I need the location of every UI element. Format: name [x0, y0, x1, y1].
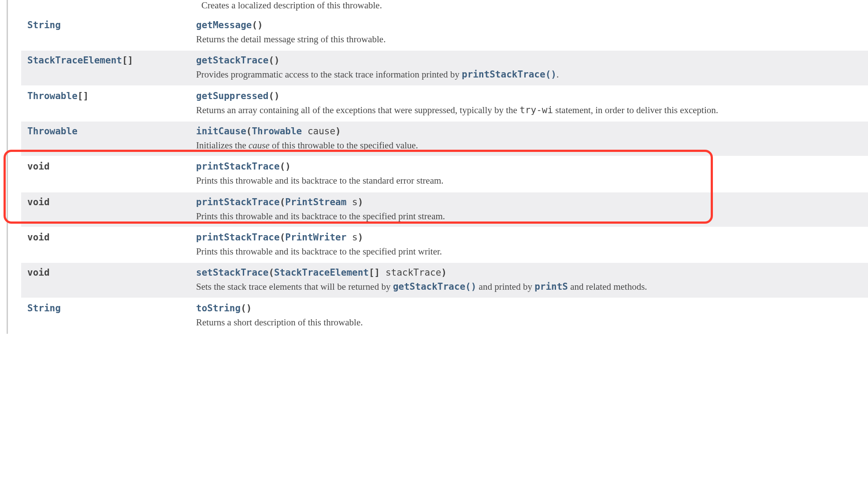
return-type-cell: String: [21, 15, 195, 50]
table-row: void printStackTrace() Prints this throw…: [21, 156, 868, 192]
desc-text: Initializes the: [196, 140, 249, 151]
param-name: stackTrace: [380, 267, 441, 278]
method-signature: getMessage(): [196, 20, 862, 30]
method-signature: printStackTrace(PrintStream s): [196, 197, 862, 207]
method-desc-cell: getMessage() Returns the detail message …: [195, 15, 868, 50]
type-suffix: []: [369, 267, 380, 278]
method-signature: getStackTrace(): [196, 55, 862, 66]
desc-code-link[interactable]: getStackTrace(): [393, 281, 477, 292]
param-type-link[interactable]: Throwable: [252, 126, 302, 137]
method-signature: toString(): [196, 303, 862, 314]
param-name: cause: [302, 126, 335, 137]
method-link[interactable]: getSuppressed: [196, 91, 268, 101]
type-link[interactable]: StackTraceElement: [27, 55, 122, 66]
method-signature: setStackTrace(StackTraceElement[] stackT…: [196, 267, 862, 278]
type-suffix: []: [78, 91, 89, 101]
type-suffix: []: [122, 55, 133, 66]
param-type-link[interactable]: PrintWriter: [285, 232, 346, 243]
method-description: Returns the detail message string of thi…: [196, 33, 862, 45]
method-description: Sets the stack trace elements that will …: [196, 280, 862, 293]
method-description: Initializes the cause of this throwable …: [196, 139, 862, 151]
table-row: String getMessage() Returns the detail m…: [21, 15, 868, 50]
method-signature: initCause(Throwable cause): [196, 126, 862, 137]
return-type-cell: void: [21, 156, 195, 192]
desc-text: statement, in order to deliver this exce…: [553, 105, 718, 115]
paren-open: (: [246, 126, 252, 137]
desc-text: of this throwable to the specified value…: [270, 140, 418, 151]
desc-italic: cause: [249, 140, 270, 151]
desc-code-link[interactable]: printStackTrace(): [462, 69, 556, 80]
desc-text: Provides programmatic access to the stac…: [196, 69, 462, 80]
method-desc-cell: initCause(Throwable cause) Initializes t…: [195, 121, 868, 156]
params: (): [268, 91, 279, 101]
method-description: Returns a short description of this thro…: [196, 316, 862, 328]
method-description: Prints this throwable and its backtrace …: [196, 245, 862, 258]
type-plain: void: [27, 232, 50, 243]
method-link[interactable]: printStackTrace: [196, 197, 280, 207]
param-type-link[interactable]: StackTraceElement: [274, 267, 369, 278]
desc-text: Returns an array containing all of the e…: [196, 105, 519, 115]
paren-open: (: [268, 267, 274, 278]
desc-text: Sets the stack trace elements that will …: [196, 281, 393, 292]
table-row: void printStackTrace(PrintStream s) Prin…: [21, 192, 868, 227]
paren-close: ): [441, 267, 447, 278]
method-summary-container: Creates a localized description of this …: [7, 0, 868, 334]
param-name: s: [346, 197, 357, 207]
params: (): [268, 55, 279, 66]
method-link[interactable]: setStackTrace: [196, 267, 268, 278]
method-description: Prints this throwable and its backtrace …: [196, 210, 862, 222]
return-type-cell: void: [21, 262, 195, 298]
method-desc-cell: getStackTrace() Provides programmatic ac…: [195, 50, 868, 85]
return-type-cell: void: [21, 227, 195, 262]
table-row: void printStackTrace(PrintWriter s) Prin…: [21, 227, 868, 262]
return-type-cell: StackTraceElement[]: [21, 50, 195, 85]
params: (): [280, 161, 291, 172]
paren-open: (: [280, 232, 286, 243]
type-link[interactable]: Throwable: [27, 91, 78, 101]
method-link[interactable]: initCause: [196, 126, 246, 137]
desc-text: and printed by: [476, 281, 534, 292]
table-row: Throwable[] getSuppressed() Returns an a…: [21, 86, 868, 121]
type-link[interactable]: String: [27, 303, 61, 314]
paren-close: ): [358, 197, 364, 207]
type-plain: void: [27, 161, 50, 172]
method-signature: printStackTrace(): [196, 161, 862, 172]
desc-code-link[interactable]: printS: [534, 281, 568, 292]
type-link[interactable]: String: [27, 20, 61, 30]
method-link[interactable]: printStackTrace: [196, 232, 280, 243]
method-desc-cell: printStackTrace(PrintStream s) Prints th…: [195, 192, 868, 227]
params: (): [252, 20, 263, 30]
return-type-cell: void: [21, 192, 195, 227]
method-desc-cell: printStackTrace() Prints this throwable …: [195, 156, 868, 192]
desc-text: and related methods.: [568, 281, 647, 292]
param-type-link[interactable]: PrintStream: [285, 197, 346, 207]
paren-open: (: [280, 197, 286, 207]
method-description: Returns an array containing all of the e…: [196, 104, 862, 116]
type-plain: void: [27, 267, 50, 278]
method-link[interactable]: toString: [196, 303, 241, 314]
type-link[interactable]: Throwable: [27, 126, 78, 137]
table-row: StackTraceElement[] getStackTrace() Prov…: [21, 50, 868, 85]
table-row: String toString() Returns a short descri…: [21, 298, 868, 333]
type-plain: void: [27, 197, 50, 207]
desc-text: .: [556, 69, 559, 80]
param-name: s: [346, 232, 357, 243]
return-type-cell: Throwable: [21, 121, 195, 156]
partial-row-top: Creates a localized description of this …: [195, 0, 868, 15]
method-desc-cell: printStackTrace(PrintWriter s) Prints th…: [195, 227, 868, 262]
method-summary-table: String getMessage() Returns the detail m…: [21, 15, 868, 334]
desc-code: try-wi: [519, 105, 553, 115]
method-link[interactable]: getStackTrace: [196, 55, 268, 66]
method-description: Prints this throwable and its backtrace …: [196, 174, 862, 187]
method-link[interactable]: getMessage: [196, 20, 252, 30]
method-description: Provides programmatic access to the stac…: [196, 68, 862, 81]
return-type-cell: Throwable[]: [21, 86, 195, 121]
method-desc-cell: getSuppressed() Returns an array contain…: [195, 86, 868, 121]
return-type-cell: String: [21, 298, 195, 333]
table-row: Throwable initCause(Throwable cause) Ini…: [21, 121, 868, 156]
method-signature: printStackTrace(PrintWriter s): [196, 232, 862, 243]
table-row: void setStackTrace(StackTraceElement[] s…: [21, 262, 868, 298]
method-link[interactable]: printStackTrace: [196, 161, 280, 172]
method-desc-cell: setStackTrace(StackTraceElement[] stackT…: [195, 262, 868, 298]
paren-close: ): [335, 126, 341, 137]
